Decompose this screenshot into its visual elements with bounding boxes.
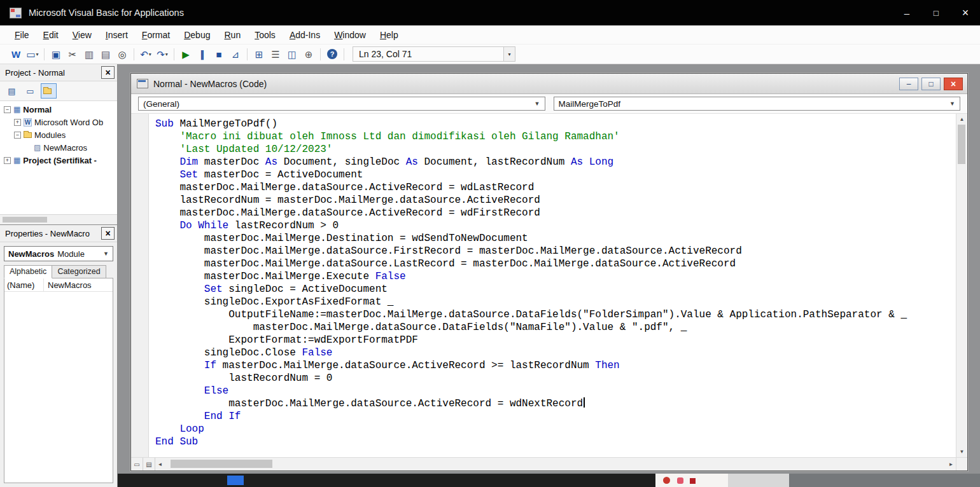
- help-button[interactable]: ?: [324, 46, 340, 62]
- code-line[interactable]: lastRecordNum = masterDoc.MailMerge.data…: [155, 194, 956, 207]
- horizontal-scrollbar[interactable]: ◄ ►: [155, 458, 956, 470]
- toggle-folders-button[interactable]: [41, 83, 57, 99]
- code-line[interactable]: masterDoc.MailMerge.Destination = wdSend…: [155, 232, 956, 245]
- code-line[interactable]: Else: [155, 385, 956, 397]
- code-line[interactable]: 'Last Updated 10/12/2023': [155, 143, 956, 156]
- tree-item[interactable]: −Modules: [0, 128, 117, 141]
- procedure-dropdown[interactable]: MailMergeToPdf ▼: [554, 97, 961, 111]
- tab-categorized[interactable]: Categorized: [52, 265, 106, 278]
- tree-expander[interactable]: −: [14, 132, 21, 139]
- code-line[interactable]: masterDoc.MailMerge.dataSource.ActiveRec…: [155, 397, 956, 410]
- save-button[interactable]: ▣: [48, 46, 64, 62]
- vertical-scrollbar[interactable]: ▲ ▼: [956, 114, 967, 457]
- maximize-button[interactable]: □: [921, 0, 951, 25]
- code-line[interactable]: If masterDoc.MailMerge.dataSource.Active…: [155, 359, 956, 372]
- object-browser-button[interactable]: ◫: [284, 46, 300, 62]
- code-line[interactable]: masterDoc.MailMerge.dataSource.ActiveRec…: [155, 181, 956, 194]
- undo-button[interactable]: ↶▾: [137, 46, 154, 62]
- scrollbar-thumb[interactable]: [958, 125, 965, 164]
- code-line[interactable]: masterDoc.MailMerge.dataSource.FirstReco…: [155, 245, 956, 257]
- scroll-down-arrow-icon[interactable]: ▼: [956, 447, 967, 456]
- minimize-button[interactable]: –: [892, 0, 921, 25]
- scroll-left-arrow-icon[interactable]: ◄: [155, 458, 165, 470]
- menu-item-format[interactable]: Format: [135, 26, 177, 44]
- margin-indicator-bar[interactable]: [131, 114, 149, 457]
- menu-item-file[interactable]: File: [8, 26, 36, 44]
- close-button[interactable]: ×: [951, 0, 980, 25]
- break-button[interactable]: ∥: [194, 46, 211, 62]
- menu-item-edit[interactable]: Edit: [36, 26, 66, 44]
- code-line[interactable]: Set singleDoc = ActiveDocument: [155, 283, 956, 296]
- code-line[interactable]: Set masterDoc = ActiveDocument: [155, 168, 956, 181]
- scroll-right-arrow-icon[interactable]: ►: [946, 458, 956, 470]
- tab-alphabetic[interactable]: Alphabetic: [4, 265, 52, 278]
- code-line[interactable]: masterDoc.MailMerge.Execute False: [155, 270, 956, 283]
- code-line[interactable]: singleDoc.Close False: [155, 346, 956, 359]
- full-module-view-button[interactable]: ▤: [143, 458, 155, 470]
- object-dropdown[interactable]: (General) ▼: [138, 97, 545, 111]
- project-panel-titlebar[interactable]: Project - Normal ×: [0, 64, 117, 81]
- code-line[interactable]: Do While lastRecordNum > 0: [155, 219, 956, 232]
- code-line[interactable]: masterDoc.MailMerge.dataSource.ActiveRec…: [155, 207, 956, 219]
- cursor-position-indicator[interactable]: Ln 23, Col 71: [353, 46, 504, 62]
- code-line[interactable]: Loop: [155, 423, 956, 436]
- tree-item[interactable]: −▦Normal: [0, 103, 117, 116]
- reset-button[interactable]: ■: [211, 46, 227, 62]
- code-line[interactable]: Sub MailMergeToPdf(): [155, 118, 956, 130]
- code-line[interactable]: masterDoc.MailMerge.dataSource.LastRecor…: [155, 257, 956, 270]
- menu-item-tools[interactable]: Tools: [248, 26, 283, 44]
- copy-button[interactable]: ▥: [81, 46, 97, 62]
- scrollbar-thumb[interactable]: [3, 217, 47, 223]
- scroll-up-arrow-icon[interactable]: ▲: [956, 114, 967, 124]
- code-line[interactable]: masterDoc.MailMerge.dataSource.DataField…: [155, 321, 956, 334]
- menu-item-debug[interactable]: Debug: [177, 26, 217, 44]
- tree-item[interactable]: +▦Project (Sertifikat -: [0, 154, 117, 167]
- tree-expander[interactable]: +: [14, 119, 21, 126]
- menu-item-insert[interactable]: Insert: [99, 26, 135, 44]
- tree-item[interactable]: ▨NewMacros: [0, 141, 117, 154]
- code-line[interactable]: End If: [155, 410, 956, 423]
- insert-userform-button[interactable]: ▭▾: [24, 46, 41, 62]
- scrollbar-thumb[interactable]: [171, 460, 272, 468]
- toolbar-overflow-button[interactable]: ▾: [504, 46, 515, 62]
- project-horizontal-scrollbar[interactable]: [0, 214, 117, 224]
- toolbox-button[interactable]: ⊕: [300, 46, 317, 62]
- properties-panel-titlebar[interactable]: Properties - NewMacro ×: [0, 225, 117, 242]
- view-code-button[interactable]: ▤: [4, 83, 20, 99]
- code-window-minimize-button[interactable]: –: [899, 78, 918, 90]
- project-panel-close-button[interactable]: ×: [101, 66, 115, 79]
- redo-button[interactable]: ↷▾: [154, 46, 171, 62]
- code-line[interactable]: ExportFormat:=wdExportFormatPDF: [155, 334, 956, 346]
- code-line[interactable]: singleDoc.ExportAsFixedFormat _: [155, 296, 956, 308]
- menu-item-view[interactable]: View: [66, 26, 99, 44]
- cut-button[interactable]: ✂: [64, 46, 81, 62]
- tree-expander[interactable]: +: [4, 157, 11, 164]
- code-line[interactable]: lastRecordNum = 0: [155, 372, 956, 385]
- tree-expander[interactable]: −: [4, 106, 11, 113]
- procedure-view-button[interactable]: ▭: [131, 458, 143, 470]
- code-window-maximize-button[interactable]: □: [921, 78, 941, 90]
- view-microsoft-word-button[interactable]: W: [8, 46, 24, 62]
- tree-item[interactable]: +WMicrosoft Word Ob: [0, 116, 117, 128]
- properties-window-button[interactable]: ☰: [267, 46, 284, 62]
- code-line[interactable]: End Sub: [155, 436, 956, 448]
- code-window-close-button[interactable]: ×: [944, 78, 963, 90]
- property-row[interactable]: (Name)NewMacros: [4, 278, 113, 292]
- menu-item-run[interactable]: Run: [217, 26, 248, 44]
- menu-item-help[interactable]: Help: [373, 26, 405, 44]
- view-object-button[interactable]: ▭: [22, 83, 38, 99]
- project-explorer-button[interactable]: ⊞: [251, 46, 267, 62]
- paste-button[interactable]: ▤: [97, 46, 114, 62]
- design-mode-button[interactable]: ⊿: [227, 46, 244, 62]
- code-line[interactable]: 'Macro ini dibuat oleh Imnoss Ltd dan di…: [155, 130, 956, 143]
- code-line[interactable]: OutputFileName:=masterDoc.MailMerge.data…: [155, 308, 956, 321]
- code-window-titlebar[interactable]: Normal - NewMacros (Code) – □ ×: [131, 74, 967, 94]
- properties-object-dropdown[interactable]: NewMacros Module ▼: [4, 246, 113, 261]
- find-button[interactable]: ◎: [114, 46, 130, 62]
- code-line[interactable]: Dim masterDoc As Document, singleDoc As …: [155, 156, 956, 168]
- code-lines[interactable]: Sub MailMergeToPdf() 'Macro ini dibuat o…: [149, 114, 956, 457]
- menu-item-window[interactable]: Window: [327, 26, 373, 44]
- menu-item-addins[interactable]: Add-Ins: [283, 26, 327, 44]
- properties-panel-close-button[interactable]: ×: [101, 227, 115, 240]
- run-button[interactable]: ▶: [178, 46, 194, 62]
